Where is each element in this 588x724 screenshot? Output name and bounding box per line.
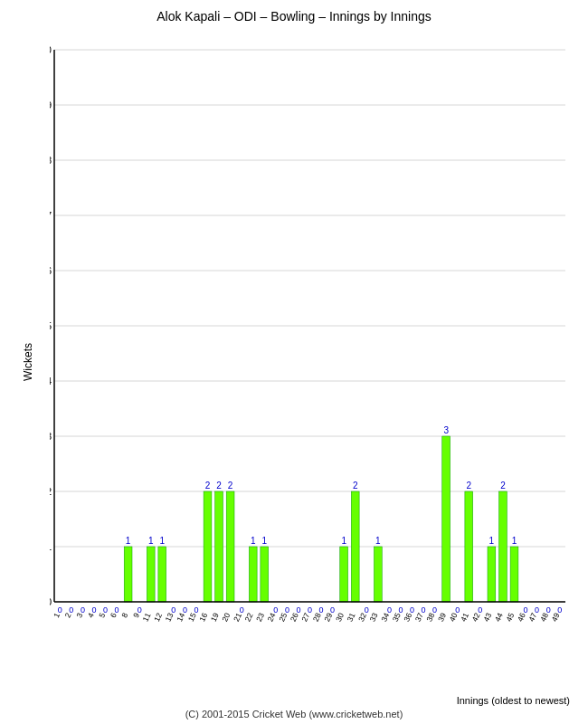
svg-text:23: 23 [254, 611, 266, 623]
svg-text:45: 45 [504, 611, 516, 623]
svg-text:3: 3 [50, 431, 52, 442]
svg-text:2: 2 [353, 481, 358, 491]
svg-text:0: 0 [115, 605, 119, 614]
svg-text:2: 2 [50, 486, 52, 497]
svg-text:0: 0 [138, 605, 142, 614]
svg-text:0: 0 [183, 605, 187, 614]
svg-text:3: 3 [443, 425, 449, 435]
svg-text:0: 0 [58, 605, 62, 614]
svg-text:0: 0 [296, 605, 300, 614]
svg-text:0: 0 [308, 605, 312, 614]
svg-text:19: 19 [209, 611, 221, 623]
svg-text:12: 12 [152, 611, 164, 623]
y-axis-label: Wickets [22, 343, 34, 381]
svg-text:1: 1 [261, 536, 267, 546]
svg-text:20: 20 [220, 611, 232, 623]
svg-rect-80 [340, 547, 348, 602]
svg-text:2: 2 [205, 481, 211, 491]
svg-text:2: 2 [216, 481, 222, 491]
chart-svg: 0123456789100102030405061809111112013014… [50, 36, 570, 652]
svg-text:0: 0 [478, 605, 482, 614]
svg-text:5: 5 [50, 320, 52, 331]
svg-text:2: 2 [228, 481, 233, 491]
svg-text:0: 0 [240, 605, 244, 614]
svg-text:0: 0 [455, 605, 460, 614]
svg-rect-114 [499, 491, 507, 602]
x-axis-label: Innings (oldest to newest) [50, 695, 570, 706]
svg-rect-57 [226, 491, 234, 602]
svg-rect-88 [374, 547, 382, 602]
svg-text:9: 9 [50, 100, 52, 110]
svg-text:8: 8 [50, 155, 52, 166]
svg-rect-65 [261, 547, 269, 602]
svg-text:0: 0 [50, 596, 52, 607]
svg-text:0: 0 [194, 605, 198, 614]
copyright: (C) 2001-2015 Cricket Web (www.cricketwe… [0, 709, 588, 719]
svg-text:0: 0 [546, 605, 551, 614]
svg-text:0: 0 [69, 605, 73, 614]
svg-rect-106 [465, 491, 473, 602]
svg-text:0: 0 [410, 605, 414, 614]
svg-text:44: 44 [493, 611, 505, 623]
svg-text:1: 1 [512, 536, 517, 546]
svg-text:0: 0 [398, 605, 403, 614]
svg-text:16: 16 [197, 611, 209, 623]
svg-text:39: 39 [436, 611, 448, 623]
svg-text:0: 0 [285, 605, 289, 614]
svg-text:0: 0 [422, 605, 426, 614]
svg-text:1: 1 [341, 536, 346, 546]
svg-text:0: 0 [387, 605, 392, 614]
svg-text:0: 0 [330, 605, 335, 614]
svg-text:0: 0 [432, 605, 437, 614]
svg-text:41: 41 [459, 611, 470, 623]
svg-text:2: 2 [500, 481, 506, 491]
svg-text:0: 0 [535, 605, 539, 614]
svg-text:1: 1 [251, 536, 256, 546]
svg-text:4: 4 [50, 376, 52, 386]
svg-text:0: 0 [103, 605, 108, 614]
svg-text:1: 1 [375, 536, 381, 546]
svg-rect-83 [351, 491, 359, 602]
svg-text:43: 43 [481, 611, 493, 623]
svg-rect-111 [488, 547, 496, 602]
svg-text:31: 31 [345, 611, 356, 623]
svg-text:0: 0 [273, 605, 278, 614]
svg-rect-101 [442, 436, 450, 602]
svg-text:0: 0 [91, 605, 96, 614]
chart-area: 0123456789100102030405061809111112013014… [50, 36, 570, 652]
svg-text:0: 0 [365, 605, 369, 614]
svg-text:1: 1 [489, 536, 495, 546]
svg-text:0: 0 [557, 605, 562, 614]
svg-rect-51 [204, 491, 212, 602]
svg-rect-54 [215, 491, 223, 602]
chart-container: Alok Kapali – ODI – Bowling – Innings by… [0, 0, 588, 724]
svg-text:30: 30 [334, 611, 346, 623]
svg-text:0: 0 [171, 605, 175, 614]
svg-text:33: 33 [368, 611, 380, 623]
chart-title: Alok Kapali – ODI – Bowling – Innings by… [0, 0, 588, 28]
svg-text:1: 1 [148, 536, 154, 546]
svg-text:6: 6 [50, 265, 52, 276]
svg-text:2: 2 [466, 481, 471, 491]
svg-text:10: 10 [50, 44, 52, 55]
svg-text:0: 0 [319, 605, 324, 614]
svg-text:8: 8 [119, 611, 129, 619]
svg-rect-42 [158, 547, 166, 602]
svg-rect-34 [124, 547, 132, 602]
svg-rect-62 [249, 547, 257, 602]
svg-text:7: 7 [50, 210, 52, 221]
svg-text:22: 22 [242, 611, 254, 623]
svg-rect-39 [147, 547, 155, 602]
svg-text:1: 1 [126, 536, 131, 546]
svg-text:1: 1 [50, 541, 52, 552]
svg-text:0: 0 [524, 605, 528, 614]
svg-text:0: 0 [81, 605, 85, 614]
svg-text:1: 1 [159, 536, 165, 546]
svg-text:11: 11 [140, 611, 152, 623]
svg-rect-117 [510, 547, 518, 602]
